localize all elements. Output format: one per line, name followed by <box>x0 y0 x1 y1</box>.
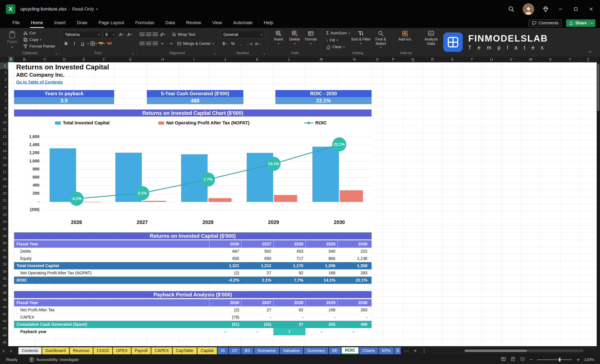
kpi-value[interactable]: 3.5 <box>14 97 114 104</box>
column-header-T[interactable]: T <box>462 57 482 62</box>
zoom-slider-thumb[interactable] <box>559 358 561 362</box>
value-cell[interactable]: 1,206 <box>305 262 338 269</box>
close-button[interactable] <box>588 6 595 13</box>
row-header-38[interactable]: 38 <box>0 289 8 296</box>
italic-button[interactable]: I <box>71 40 78 47</box>
value-cell[interactable]: 340 <box>305 248 338 255</box>
column-header-Y[interactable]: Y <box>560 57 580 62</box>
year-header-cell[interactable]: 2026 <box>209 299 241 306</box>
row-header-17[interactable]: 17 <box>0 169 8 176</box>
tabs-scroll-right-icon[interactable]: › <box>7 348 14 354</box>
dialog-launcher-icon[interactable]: ↘ <box>263 52 265 55</box>
row-label[interactable]: Debts <box>14 248 209 255</box>
value-cell[interactable]: (55) <box>241 321 273 328</box>
value-cell[interactable]: - <box>273 314 305 321</box>
dialog-launcher-icon[interactable]: ↘ <box>55 52 57 55</box>
value-cell[interactable]: 1,136 <box>338 255 369 262</box>
kpi-label[interactable]: ROIC - 2030 <box>275 90 372 97</box>
addins-button[interactable]: Add-ins <box>397 30 413 42</box>
column-header-G[interactable]: G <box>114 57 147 62</box>
column-header-N[interactable]: N <box>338 57 372 62</box>
fill-color-button[interactable]: ▾ <box>98 40 105 47</box>
value-cell[interactable]: 1,170 <box>273 262 305 269</box>
row-header-22[interactable]: 22 <box>0 204 8 211</box>
value-cell[interactable]: 717 <box>273 255 305 262</box>
row-header-33[interactable]: 33 <box>0 261 8 268</box>
value-cell[interactable]: 27 <box>241 306 273 313</box>
row-header-9[interactable]: 9 <box>0 112 8 119</box>
orientation-button[interactable]: ab▾ <box>159 31 166 38</box>
tab-options-icon[interactable]: ⋮ <box>419 348 429 354</box>
column-header-V[interactable]: V <box>501 57 521 62</box>
collapse-ribbon-button[interactable] <box>588 50 592 55</box>
row-header-28[interactable]: 28 <box>0 233 8 240</box>
column-header-A[interactable]: A <box>8 57 14 62</box>
new-sheet-button[interactable]: + <box>411 348 419 354</box>
menu-tab-home[interactable]: Home <box>30 18 44 28</box>
kpi-value[interactable]: 488 <box>147 97 243 104</box>
row-header-2[interactable]: 2 <box>0 69 8 76</box>
row-header-12[interactable]: 12 <box>0 133 8 140</box>
column-header-Q[interactable]: Q <box>403 57 423 62</box>
menu-tab-page-layout[interactable]: Page Layout <box>98 18 125 28</box>
menu-tab-data[interactable]: Data <box>165 18 176 28</box>
value-cell[interactable]: 453 <box>273 248 305 255</box>
column-header-D[interactable]: D <box>55 57 74 62</box>
font-color-button[interactable]: A▾ <box>106 40 113 47</box>
dialog-launcher-icon[interactable]: ↘ <box>213 52 216 55</box>
sheet-tab-charts[interactable]: Charts <box>359 347 378 354</box>
decrease-indent-button[interactable]: ⇤ <box>159 40 166 47</box>
row-header-40[interactable]: 40 <box>0 304 8 311</box>
row-header-15[interactable]: 15 <box>0 155 8 162</box>
row-header-35[interactable]: 35 <box>0 275 8 282</box>
value-cell[interactable]: - <box>209 328 241 335</box>
font-size-select[interactable]: 8▾ <box>103 31 117 38</box>
column-header-W[interactable]: W <box>521 57 541 62</box>
increase-decimal-button[interactable]: ←.0 <box>246 40 253 47</box>
sheet-tab-capital[interactable]: Capital <box>197 347 217 354</box>
maximize-button[interactable] <box>572 6 579 13</box>
value-cell[interactable]: 1,321 <box>209 262 241 269</box>
value-cell[interactable]: (2) <box>209 269 241 276</box>
format-cells-button[interactable]: Format▾ <box>303 30 319 45</box>
menu-tab-view[interactable]: View <box>211 18 223 28</box>
accounting-format-button[interactable]: $▾ <box>221 40 228 47</box>
value-cell[interactable]: 92 <box>273 306 305 313</box>
row-header-11[interactable]: 11 <box>0 126 8 133</box>
sheet-tab-payroll[interactable]: Payroll <box>131 347 151 354</box>
year-header-cell[interactable]: 2029 <box>305 299 338 306</box>
zoom-level[interactable]: 120% <box>584 357 594 362</box>
column-header-U[interactable]: U <box>482 57 501 62</box>
underline-button[interactable]: U <box>79 40 86 47</box>
insert-cells-button[interactable]: Insert▾ <box>271 30 287 45</box>
comments-button[interactable]: Comments <box>528 19 562 27</box>
value-cell[interactable]: 27 <box>241 269 273 276</box>
delete-cells-button[interactable]: Delete▾ <box>287 30 303 45</box>
column-header-E[interactable]: E <box>74 57 94 62</box>
kpi-label[interactable]: 5-Year Cash Generated ($'000) <box>147 90 243 97</box>
menu-tab-draw[interactable]: Draw <box>76 18 88 28</box>
copy-button[interactable]: Copy▾ <box>22 37 57 42</box>
column-header-B[interactable]: B <box>14 57 35 62</box>
value-cell[interactable]: 92 <box>273 269 305 276</box>
row-header-5[interactable]: 5 <box>0 91 8 98</box>
year-header-cell[interactable]: 2030 <box>338 299 369 306</box>
value-cell[interactable]: - <box>241 328 273 335</box>
value-cell[interactable]: 1,212 <box>241 262 273 269</box>
row-header-45[interactable]: 45 <box>0 339 8 346</box>
row-header-36[interactable]: 36 <box>0 282 8 289</box>
row-header-31[interactable]: 31 <box>0 247 8 254</box>
row-label[interactable]: Net Operating Profit After Tax (NOPAT) <box>14 269 209 276</box>
row-header-14[interactable]: 14 <box>0 147 8 155</box>
share-button[interactable]: Share ▾ <box>566 19 595 27</box>
shrink-font-button[interactable]: A˅ <box>126 31 133 38</box>
chevron-down-icon[interactable]: ▾ <box>96 7 98 11</box>
percent-style-button[interactable]: % <box>229 40 236 47</box>
value-cell[interactable]: -0.2% <box>209 277 241 284</box>
row-header-13[interactable]: 13 <box>0 140 8 147</box>
sheet-tab-kpis[interactable]: KPIs <box>379 347 394 354</box>
align-top-icon[interactable] <box>139 33 145 36</box>
zoom-slider[interactable] <box>537 359 572 360</box>
roic-chart[interactable]: Returns on Invested Capital Chart ($'000… <box>14 108 372 230</box>
zoom-out-button[interactable]: − <box>529 357 532 363</box>
